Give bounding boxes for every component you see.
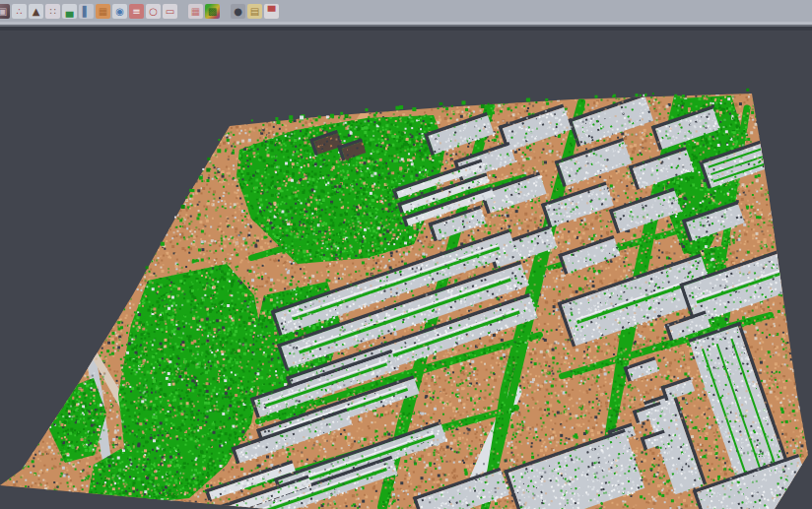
dem-surface-icon[interactable]: ▄: [62, 4, 77, 19]
toolbar-group: ▣∴▲∷▄▌▦◉≡○▭: [0, 4, 178, 19]
rectangle-selection-icon[interactable]: ▭: [163, 4, 177, 19]
align-points-icon[interactable]: ∴: [12, 4, 27, 19]
histogram-icon[interactable]: ▀: [264, 4, 279, 19]
globe-icon[interactable]: ◉: [112, 4, 127, 19]
terrain-model-icon[interactable]: ▲: [29, 4, 43, 19]
toolbar-dark-edge: [0, 27, 812, 31]
cross-section-icon[interactable]: ▌: [79, 4, 94, 19]
viewport-3d[interactable]: [0, 31, 812, 509]
toolbar-group: ▦▩: [187, 4, 221, 19]
subsample-points-icon[interactable]: ∷: [45, 4, 60, 19]
orthophoto-icon[interactable]: ▦: [96, 4, 110, 19]
raster-grid-icon[interactable]: ▦: [188, 4, 203, 19]
classification-colors-icon[interactable]: ▩: [205, 4, 220, 19]
render-sphere-icon[interactable]: ●: [231, 4, 245, 19]
application-window: ▣∴▲∷▄▌▦◉≡○▭▦▩●▤▀: [0, 0, 812, 509]
main-toolbar: ▣∴▲∷▄▌▦◉≡○▭▦▩●▤▀: [0, 0, 812, 22]
clip-box-icon[interactable]: ▣: [0, 4, 10, 19]
texture-map-icon[interactable]: ▤: [247, 4, 262, 19]
circle-selection-icon[interactable]: ○: [146, 4, 161, 19]
layer-list-icon[interactable]: ≡: [129, 4, 144, 19]
toolbar-group: ●▤▀: [230, 4, 280, 19]
